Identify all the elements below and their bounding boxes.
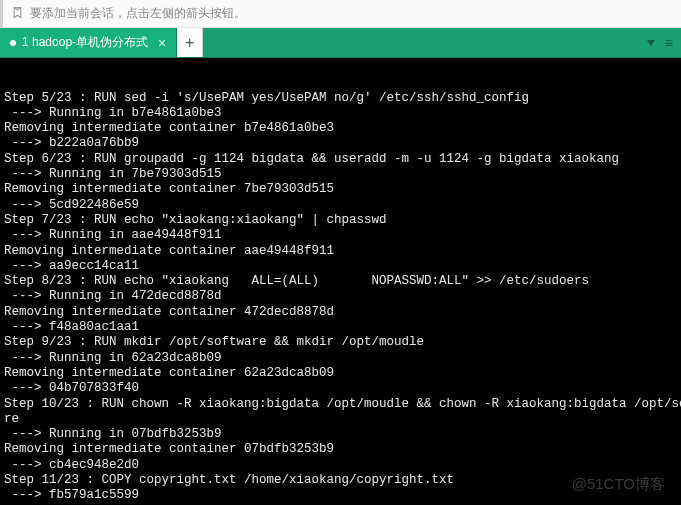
hint-bar: 要添加当前会话，点击左侧的箭头按钮。: [0, 0, 681, 28]
plus-icon: +: [185, 34, 194, 52]
close-icon[interactable]: ×: [158, 36, 166, 50]
tab-status-dot: [10, 40, 16, 46]
tab-label: 1 hadoop-单机伪分布式: [22, 34, 148, 51]
bookmark-icon: [11, 6, 24, 22]
tab-strip-actions: ≡: [647, 28, 681, 57]
tab-strip: 1 hadoop-单机伪分布式 × + ≡: [0, 28, 681, 58]
dropdown-icon[interactable]: [647, 40, 655, 46]
tab-hadoop-single[interactable]: 1 hadoop-单机伪分布式 ×: [0, 28, 177, 57]
terminal-output[interactable]: Step 5/23 : RUN sed -i 's/UsePAM yes/Use…: [0, 58, 681, 505]
hint-text: 要添加当前会话，点击左侧的箭头按钮。: [30, 5, 246, 22]
add-tab-button[interactable]: +: [177, 28, 203, 57]
menu-icon[interactable]: ≡: [665, 36, 673, 50]
terminal-lines: Step 5/23 : RUN sed -i 's/UsePAM yes/Use…: [4, 91, 677, 505]
